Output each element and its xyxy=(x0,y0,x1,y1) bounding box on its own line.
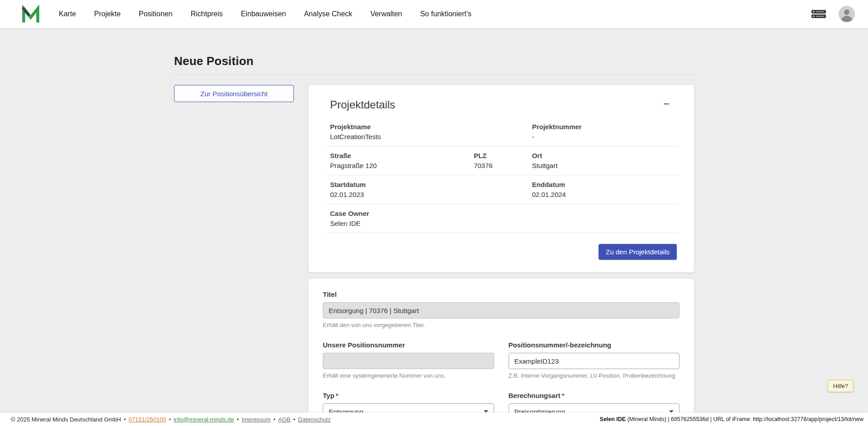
new-position-form-card: Titel Erhält den von uns vorgegebenen Ti… xyxy=(308,279,694,426)
collapse-minus-icon[interactable]: − xyxy=(660,98,672,109)
footer-separator: • xyxy=(274,416,276,423)
projektname-label: Projektname xyxy=(330,123,532,131)
position-overview-button[interactable]: Zur Positionsübersicht xyxy=(174,85,294,102)
enddatum-label: Enddatum xyxy=(532,181,672,188)
footer-separator: • xyxy=(237,416,239,423)
ort-label: Ort xyxy=(532,152,672,159)
case-owner-value: Selen IDE xyxy=(330,220,672,227)
mineral-minds-logo-icon[interactable] xyxy=(21,4,41,24)
projektnummer-value: - xyxy=(532,133,672,140)
typ-required-asterisk: * xyxy=(336,392,339,399)
title-divider xyxy=(174,75,694,75)
field-plz: PLZ 70376 xyxy=(474,152,532,169)
position-designation-input[interactable] xyxy=(509,353,680,369)
strasse-label: Straße xyxy=(330,152,474,159)
titel-group: Titel Erhält den von uns vorgegebenen Ti… xyxy=(323,290,679,328)
project-row-owner: Case Owner Selen IDE xyxy=(325,204,678,233)
plz-label: PLZ xyxy=(474,152,532,159)
berechnungsart-required-asterisk: * xyxy=(562,392,565,399)
typ-label-text: Typ xyxy=(323,392,335,399)
our-position-number-helper: Erhält eine systemgenerierte Nummer von … xyxy=(323,372,494,379)
our-position-number-input xyxy=(323,353,494,369)
nav-item-analyse-check[interactable]: Analyse Check xyxy=(304,0,352,28)
footer-impressum-link[interactable]: Impressum xyxy=(241,416,270,423)
project-row-name-number: Projektname LotCreationTests Projektnumm… xyxy=(325,117,678,146)
nav-item-projekte[interactable]: Projekte xyxy=(94,0,121,28)
startdatum-value: 02.01.2023 xyxy=(330,191,532,198)
server-icon[interactable] xyxy=(811,9,826,19)
help-button[interactable]: Hilfe? xyxy=(828,380,854,392)
titel-helper: Erhält den von uns vorgegebenen Titel. xyxy=(323,322,679,328)
page-title: Neue Position xyxy=(174,54,694,68)
footer-left: © 2025 Mineral Minds Deutschland GmbH • … xyxy=(11,416,331,423)
our-position-number-group: Unsere Positionsnummer Erhält eine syste… xyxy=(323,341,494,379)
project-row-dates: Startdatum 02.01.2023 Enddatum 02.01.202… xyxy=(325,175,678,204)
field-projektname: Projektname LotCreationTests xyxy=(330,123,532,140)
field-strasse: Straße Pragstraße 120 xyxy=(330,152,474,169)
content-grid: Zur Positionsübersicht Projektdetails − … xyxy=(174,85,694,426)
user-avatar-icon[interactable] xyxy=(838,5,855,23)
footer-user-details: (Mineral Minds) | 69576255536d | URL of … xyxy=(627,416,863,422)
footer-datenschutz-link[interactable]: Datenschutz xyxy=(298,416,330,423)
berechnungsart-label-text: Berechnungsart xyxy=(509,392,561,399)
footer-phone-link[interactable]: 07151/250100 xyxy=(128,416,166,423)
footer-user-name: Selen IDE xyxy=(600,416,626,422)
footer-separator: • xyxy=(124,416,126,423)
footer-copyright: © 2025 Mineral Minds Deutschland GmbH xyxy=(11,416,121,423)
enddatum-value: 02.01.2024 xyxy=(532,191,672,198)
footer-separator: • xyxy=(293,416,296,423)
case-owner-label: Case Owner xyxy=(330,210,672,217)
footer-separator: • xyxy=(169,416,171,423)
footer-email-link[interactable]: info@mineral-minds.de xyxy=(174,416,234,423)
field-startdatum: Startdatum 02.01.2023 xyxy=(330,181,532,198)
nav-item-positionen[interactable]: Positionen xyxy=(139,0,173,28)
position-number-row: Unsere Positionsnummer Erhält eine syste… xyxy=(323,341,679,379)
project-details-header: Projektdetails − xyxy=(325,98,678,111)
position-designation-helper: Z.B. Interne-Vorgangsnummer, LV-Position… xyxy=(509,372,680,379)
field-case-owner: Case Owner Selen IDE xyxy=(330,210,672,227)
right-column: Projektdetails − Projektname LotCreation… xyxy=(308,85,694,426)
nav-item-richtpreis[interactable]: Richtpreis xyxy=(191,0,223,28)
field-enddatum: Enddatum 02.01.2024 xyxy=(532,181,672,198)
main-nav: Karte Projekte Positionen Richtpreis Ein… xyxy=(59,0,472,28)
field-projektnummer: Projektnummer - xyxy=(532,123,672,140)
footer-session-info: Selen IDE (Mineral Minds) | 69576255536d… xyxy=(600,416,863,422)
project-details-button[interactable]: Zu den Projektdetails xyxy=(599,244,677,260)
berechnungsart-label: Berechnungsart* xyxy=(509,392,680,399)
project-row-address: Straße Pragstraße 120 PLZ 70376 Ort Stut… xyxy=(325,146,678,175)
main-content: Neue Position Zur Positionsübersicht Pro… xyxy=(174,0,694,426)
typ-label: Typ* xyxy=(323,392,494,399)
titel-label: Titel xyxy=(323,290,679,298)
plz-value: 70376 xyxy=(474,162,532,169)
field-ort: Ort Stuttgart xyxy=(532,152,672,169)
position-designation-group: Positionsnummer/-bezeichnung Z.B. Intern… xyxy=(509,341,680,379)
nav-item-einbauweisen[interactable]: Einbauweisen xyxy=(241,0,286,28)
top-navigation-bar: Karte Projekte Positionen Richtpreis Ein… xyxy=(0,0,868,28)
strasse-value: Pragstraße 120 xyxy=(330,162,474,169)
project-details-actions: Zu den Projektdetails xyxy=(325,244,678,260)
projektnummer-label: Projektnummer xyxy=(532,123,672,131)
startdatum-label: Startdatum xyxy=(330,181,532,188)
header-actions xyxy=(811,5,855,23)
position-designation-label: Positionsnummer/-bezeichnung xyxy=(509,341,680,349)
nav-item-verwalten[interactable]: Verwalten xyxy=(370,0,402,28)
project-details-rows: Projektname LotCreationTests Projektnumm… xyxy=(325,117,678,233)
project-details-title: Projektdetails xyxy=(330,98,395,111)
nav-item-karte[interactable]: Karte xyxy=(59,0,76,28)
projektname-value: LotCreationTests xyxy=(330,133,532,140)
project-details-card: Projektdetails − Projektname LotCreation… xyxy=(308,85,694,272)
nav-item-so-funktionierts[interactable]: So funktioniert's xyxy=(420,0,471,28)
titel-input xyxy=(323,302,679,318)
ort-value: Stuttgart xyxy=(532,162,672,169)
footer: © 2025 Mineral Minds Deutschland GmbH • … xyxy=(0,412,868,426)
left-column: Zur Positionsübersicht xyxy=(174,85,294,102)
our-position-number-label: Unsere Positionsnummer xyxy=(323,341,494,349)
footer-agb-link[interactable]: AGB xyxy=(278,416,290,423)
